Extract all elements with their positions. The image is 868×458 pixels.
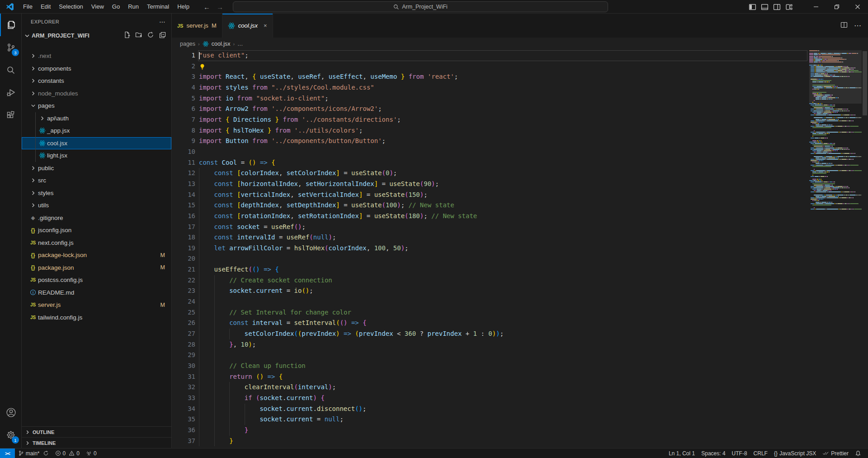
code-line-27[interactable]: 27setColorIndex((prevIndex) => (prevInde…	[172, 329, 809, 339]
tree-item-postcss.config.js[interactable]: JSpostcss.config.js	[22, 274, 171, 286]
code-line-16[interactable]: 16const [rotationIndex, setRotationIndex…	[172, 211, 809, 222]
code-line-3[interactable]: 3import React, { useState, useRef, useEf…	[172, 72, 809, 82]
code-line-9[interactable]: 9import Button from '../components/butto…	[172, 136, 809, 147]
timeline-panel-header[interactable]: TIMELINE	[22, 437, 171, 448]
tree-item-node-modules[interactable]: node_modules	[22, 87, 171, 100]
tree-item-package-lock.json[interactable]: {}package-lock.jsonM	[22, 249, 171, 262]
code-line-17[interactable]: 17const socket = useRef();	[172, 222, 809, 233]
tree-item-public[interactable]: public	[22, 162, 171, 175]
eol-item[interactable]: CRLF	[750, 448, 771, 458]
code-line-32[interactable]: 32clearInterval(interval);	[172, 382, 809, 393]
tab-cool-jsx[interactable]: cool.jsx ×	[222, 14, 273, 38]
menu-help[interactable]: Help	[173, 2, 193, 12]
tree-item-jsconfig.json[interactable]: {}jsconfig.json	[22, 224, 171, 237]
breadcrumb-symbol[interactable]: …	[237, 41, 243, 47]
breadcrumb-folder[interactable]: pages	[180, 41, 195, 47]
toggle-sidebar-icon[interactable]	[749, 3, 756, 11]
code-line-37[interactable]: 37}	[172, 436, 809, 447]
minimap[interactable]	[809, 50, 862, 448]
workspace-section-header[interactable]: ARM_PROJECT_WIFI	[22, 29, 171, 42]
code-line-14[interactable]: 14const [verticalIndex, setVerticalIndex…	[172, 190, 809, 200]
scrollbar-thumb[interactable]	[863, 51, 867, 115]
menu-view[interactable]: View	[87, 2, 108, 12]
menu-file[interactable]: File	[19, 2, 37, 12]
code-line-10[interactable]: 10	[172, 147, 809, 157]
code-line-19[interactable]: 19let arrowFillColor = hslToHex(colorInd…	[172, 243, 809, 254]
new-folder-icon[interactable]	[135, 31, 142, 40]
code-line-13[interactable]: 13const [horizontalIndex, setHorizontalI…	[172, 179, 809, 190]
tree-item-cool.jsx[interactable]: cool.jsx	[22, 137, 171, 150]
search-sidebar-icon[interactable]	[0, 59, 22, 81]
tree-item-styles[interactable]: styles	[22, 187, 171, 200]
menu-edit[interactable]: Edit	[37, 2, 55, 12]
code-editor[interactable]: 1"use client";23import React, { useState…	[172, 50, 809, 448]
code-line-8[interactable]: 8import { hslToHex } from '../utils/colo…	[172, 125, 809, 136]
tree-item-pages[interactable]: pages	[22, 100, 171, 112]
code-line-5[interactable]: 5import io from "socket.io-client";	[172, 93, 809, 104]
code-line-4[interactable]: 4import styles from "../styles/Cool.modu…	[172, 82, 809, 93]
outline-panel-header[interactable]: OUTLINE	[22, 426, 171, 437]
extensions-icon[interactable]	[0, 104, 22, 127]
remote-indicator[interactable]: ><	[0, 448, 15, 458]
code-line-21[interactable]: 21useEffect(() => {	[172, 264, 809, 275]
forward-arrow-icon[interactable]: →	[217, 3, 223, 11]
code-line-12[interactable]: 12const [colorIndex, setColorIndex] = us…	[172, 168, 809, 179]
tree-item-api-auth[interactable]: api\auth	[22, 112, 171, 125]
tab-server-js[interactable]: JS server.js M	[172, 14, 222, 38]
problems-item[interactable]: 0 0	[52, 448, 83, 458]
tab-close-icon[interactable]: ×	[264, 22, 267, 29]
back-arrow-icon[interactable]: ←	[203, 3, 210, 11]
refresh-icon[interactable]	[147, 31, 154, 40]
code-line-25[interactable]: 25// Set Interval for change color	[172, 307, 809, 318]
new-file-icon[interactable]	[123, 31, 131, 40]
code-line-11[interactable]: 11const Cool = () => {	[172, 157, 809, 168]
tree-item-.gitignore[interactable]: ◆.gitignore	[22, 212, 171, 224]
tree-item-tailwind.config.js[interactable]: JStailwind.config.js	[22, 311, 171, 324]
tree-item-constants[interactable]: constants	[22, 75, 171, 87]
toggle-secondary-sidebar-icon[interactable]	[773, 3, 781, 11]
vertical-scrollbar[interactable]	[862, 38, 868, 448]
code-line-15[interactable]: 15const [depthIndex, setDepthIndex] = us…	[172, 200, 809, 211]
source-control-icon[interactable]: 3	[0, 36, 22, 59]
formatter-item[interactable]: Prettier	[819, 448, 852, 458]
tree-item-utils[interactable]: utils	[22, 199, 171, 212]
tree-item-src[interactable]: src	[22, 174, 171, 187]
code-line-34[interactable]: 34socket.current.disconnect();	[172, 404, 809, 415]
code-line-6[interactable]: 6import Arrow2 from '../components/icons…	[172, 104, 809, 114]
editor-more-actions-icon[interactable]: ⋯	[854, 21, 862, 30]
menu-run[interactable]: Run	[124, 2, 143, 12]
code-line-2[interactable]: 2	[172, 61, 809, 72]
explorer-icon[interactable]	[0, 14, 22, 36]
tree-item-components[interactable]: components	[22, 62, 171, 75]
explorer-more-icon[interactable]: ⋯	[159, 18, 166, 25]
git-branch-item[interactable]: main*	[15, 448, 52, 458]
code-line-23[interactable]: 23socket.current = io();	[172, 286, 809, 296]
tree-item-.next[interactable]: .next	[22, 50, 171, 62]
tree-item-README.md[interactable]: README.md	[22, 286, 171, 299]
breadcrumb-file[interactable]: cool.jsx	[212, 41, 231, 47]
indentation-item[interactable]: Spaces: 4	[698, 448, 728, 458]
code-line-7[interactable]: 7import { Directions } from '../constant…	[172, 114, 809, 125]
collapse-all-icon[interactable]	[159, 31, 166, 40]
cursor-position-item[interactable]: Ln 1, Col 1	[665, 448, 698, 458]
toggle-panel-icon[interactable]	[761, 3, 769, 11]
tree-item--app.jsx[interactable]: _app.jsx	[22, 124, 171, 137]
code-line-22[interactable]: 22// Create socket connection	[172, 275, 809, 286]
code-line-31[interactable]: 31return () => {	[172, 372, 809, 382]
settings-gear-icon[interactable]: 1	[0, 424, 22, 446]
tree-item-next.config.js[interactable]: JSnext.config.js	[22, 237, 171, 249]
tree-item-package.json[interactable]: {}package.jsonM	[22, 262, 171, 274]
close-button[interactable]	[847, 0, 868, 14]
notifications-bell-icon[interactable]	[852, 448, 864, 458]
restore-button[interactable]	[826, 0, 847, 14]
menu-go[interactable]: Go	[108, 2, 124, 12]
run-debug-icon[interactable]	[0, 81, 22, 104]
tree-item-light.jsx[interactable]: light.jsx	[22, 149, 171, 162]
minimize-button[interactable]	[806, 0, 826, 14]
command-center-search[interactable]: Arm_Project_WiFi	[233, 1, 608, 12]
customize-layout-icon[interactable]	[785, 3, 793, 11]
code-line-26[interactable]: 26const interval = setInterval(() => {	[172, 318, 809, 329]
code-line-1[interactable]: 1"use client";	[172, 50, 809, 61]
code-line-29[interactable]: 29	[172, 350, 809, 361]
ports-item[interactable]: 0	[83, 448, 100, 458]
